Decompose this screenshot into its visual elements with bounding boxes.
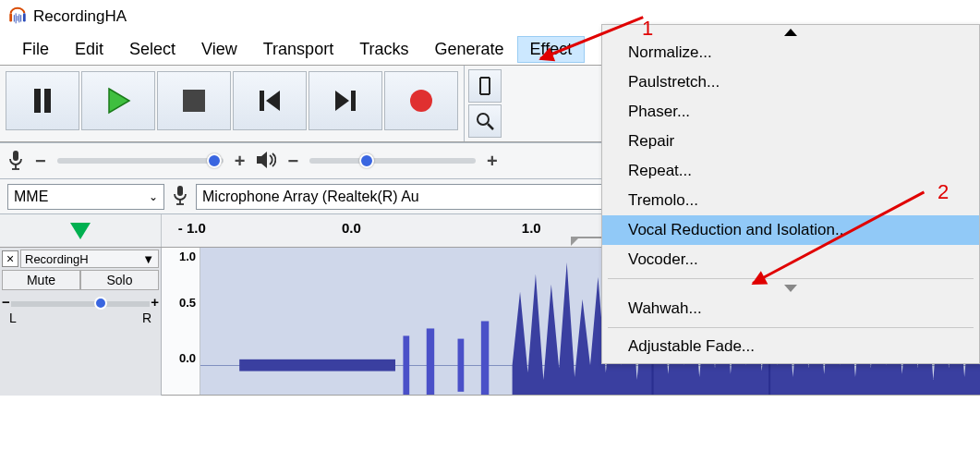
ruler-tick: 0.0 <box>342 220 361 236</box>
track-control-panel: × RecordingH ▼ Mute Solo − + L R <box>0 248 162 396</box>
menu-view[interactable]: View <box>188 36 250 63</box>
menu-item-normalize[interactable]: Normalize... <box>602 38 979 67</box>
svg-rect-10 <box>183 90 205 112</box>
svg-rect-32 <box>458 339 465 392</box>
solo-button[interactable]: Solo <box>80 270 159 290</box>
svg-point-16 <box>478 114 489 125</box>
menu-item-repeat[interactable]: Repeat... <box>602 156 979 186</box>
svg-point-15 <box>410 90 432 112</box>
audio-host-select[interactable]: MME ⌄ <box>7 184 164 210</box>
menu-separator <box>608 327 974 328</box>
triangle-down-icon: ▼ <box>142 252 154 266</box>
record-button[interactable] <box>384 71 458 130</box>
svg-rect-33 <box>481 322 489 396</box>
svg-rect-29 <box>239 359 395 372</box>
menu-item-vocal-reduction[interactable]: Vocal Reduction and Isolation... <box>602 215 979 245</box>
svg-marker-13 <box>335 91 349 111</box>
svg-rect-14 <box>351 91 356 111</box>
pan-left-label: L <box>9 311 17 325</box>
menu-transport[interactable]: Transport <box>250 36 346 63</box>
svg-rect-8 <box>44 89 51 113</box>
svg-rect-1 <box>23 13 26 21</box>
mute-button[interactable]: Mute <box>2 270 80 290</box>
minus-icon: − <box>284 151 302 172</box>
minus-icon: − <box>31 151 50 172</box>
menu-tracks[interactable]: Tracks <box>346 36 421 63</box>
skip-end-button[interactable] <box>309 71 382 130</box>
ruler-tick: 1.0 <box>522 220 541 236</box>
svg-rect-31 <box>427 328 434 395</box>
mic-icon <box>7 150 24 173</box>
svg-line-17 <box>488 124 493 129</box>
zoom-tool-icon[interactable] <box>468 104 502 138</box>
svg-rect-7 <box>34 89 41 113</box>
scroll-down-icon[interactable] <box>602 283 979 294</box>
chevron-down-icon: ⌄ <box>149 190 158 203</box>
window-title: RecordingHA <box>33 7 127 26</box>
menu-generate[interactable]: Generate <box>421 36 516 63</box>
menu-edit[interactable]: Edit <box>62 36 116 63</box>
playback-volume-slider[interactable] <box>309 158 476 164</box>
menu-item-repair[interactable]: Repair <box>602 127 979 156</box>
play-button[interactable] <box>81 71 155 130</box>
pause-button[interactable] <box>6 71 79 130</box>
selection-tool-icon[interactable] <box>468 69 502 103</box>
speaker-icon <box>256 151 276 172</box>
audacity-icon <box>7 6 28 27</box>
pan-right-label: R <box>142 311 151 325</box>
menu-separator <box>608 278 974 279</box>
track-gain-slider[interactable]: − + <box>11 301 150 307</box>
track-name-dropdown[interactable]: RecordingH ▼ <box>20 250 159 268</box>
plus-icon: + <box>231 151 249 172</box>
menu-item-adjustable-fade[interactable]: Adjustable Fade... <box>602 332 979 361</box>
svg-rect-26 <box>177 186 183 196</box>
plus-icon: + <box>483 151 502 172</box>
svg-rect-18 <box>13 151 18 161</box>
recording-volume-slider[interactable] <box>57 158 224 164</box>
stop-button[interactable] <box>157 71 231 130</box>
svg-rect-11 <box>260 91 264 111</box>
amplitude-ruler: 1.0 0.5 0.0 <box>162 248 200 395</box>
skip-start-button[interactable] <box>233 71 307 130</box>
edit-tools <box>464 66 505 141</box>
scroll-up-icon[interactable] <box>602 27 979 38</box>
menu-item-wahwah[interactable]: Wahwah... <box>602 294 979 323</box>
playhead-indicator[interactable] <box>0 214 162 247</box>
ruler-tick: - 1.0 <box>178 220 206 236</box>
menu-item-paulstretch[interactable]: Paulstretch... <box>602 67 979 97</box>
menu-file[interactable]: File <box>9 36 62 63</box>
menu-select[interactable]: Select <box>116 36 188 63</box>
svg-marker-12 <box>266 91 280 111</box>
svg-rect-30 <box>403 335 409 395</box>
mic-icon <box>172 185 188 208</box>
menu-item-vocoder[interactable]: Vocoder... <box>602 245 979 274</box>
svg-rect-0 <box>9 13 12 21</box>
svg-marker-21 <box>257 152 267 168</box>
close-track-button[interactable]: × <box>2 250 18 267</box>
svg-marker-9 <box>109 89 129 113</box>
menu-item-phaser[interactable]: Phaser... <box>602 97 979 127</box>
